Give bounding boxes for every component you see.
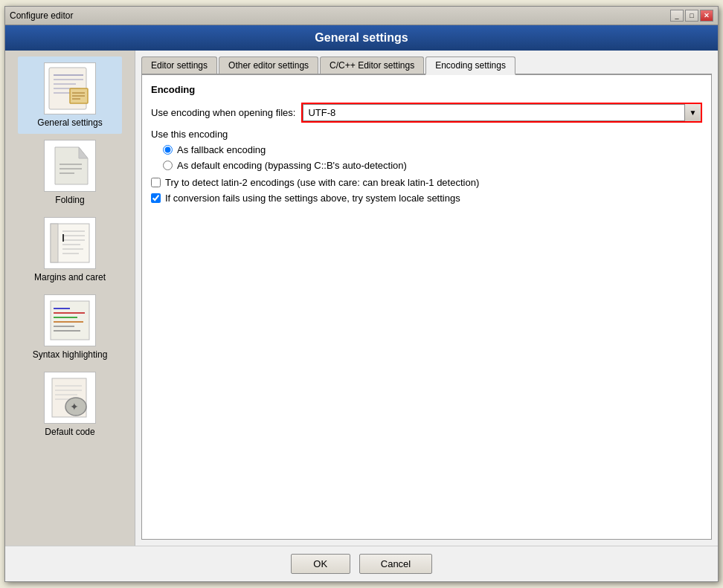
sidebar-label-general: General settings xyxy=(37,117,102,128)
radio-default-label[interactable]: As default encoding (bypassing C::B's au… xyxy=(177,160,407,171)
svg-text:✦: ✦ xyxy=(70,401,79,413)
radio-default[interactable] xyxy=(163,161,173,170)
radio-fallback[interactable] xyxy=(163,145,173,155)
tab-cpp-editor-settings[interactable]: C/C++ Editor settings xyxy=(320,56,424,74)
sidebar-item-margins-caret[interactable]: Margins and caret xyxy=(18,211,122,288)
encoding-row: Use encoding when opening files: UTF-8UT… xyxy=(151,103,702,123)
encoding-label: Use encoding when opening files: xyxy=(151,107,295,118)
folding-icon xyxy=(44,140,96,192)
sidebar-label-margins: Margins and caret xyxy=(34,272,106,282)
use-encoding-label: Use this encoding xyxy=(151,129,702,140)
tab-other-editor-settings[interactable]: Other editor settings xyxy=(219,56,318,74)
checkbox-latin2[interactable] xyxy=(151,178,161,187)
svg-marker-11 xyxy=(79,147,88,158)
sidebar-label-folding: Folding xyxy=(55,195,84,205)
main-content: General settings Folding xyxy=(5,51,718,546)
sidebar-item-syntax-highlighting[interactable]: Syntax highlighting xyxy=(18,288,122,366)
sidebar-label-syntax: Syntax highlighting xyxy=(33,349,108,360)
default-code-icon: ✦ xyxy=(44,372,96,424)
main-window: Configure editor _ □ ✕ General settings xyxy=(4,6,719,582)
radio-fallback-label[interactable]: As fallback encoding xyxy=(177,144,266,155)
margins-icon xyxy=(44,217,96,269)
encoding-select-wrapper: UTF-8UTF-16ISO-8859-1ISO-8859-2Windows-1… xyxy=(301,103,702,123)
window-title: Configure editor xyxy=(10,10,73,21)
dialog-header: General settings xyxy=(5,25,718,51)
cancel-button[interactable]: Cancel xyxy=(359,554,432,574)
checkbox-latin2-row: Try to detect latin-2 encodings (use wit… xyxy=(151,177,702,188)
checkbox-conversion[interactable] xyxy=(151,193,161,203)
window-controls: _ □ ✕ xyxy=(670,10,713,22)
radio-default-row: As default encoding (bypassing C::B's au… xyxy=(163,160,702,171)
svg-rect-23 xyxy=(62,234,64,242)
sidebar: General settings Folding xyxy=(5,51,135,546)
sidebar-item-default-code[interactable]: ✦ Default code xyxy=(18,366,122,443)
use-encoding-section: Use this encoding As fallback encoding A… xyxy=(151,129,702,171)
tab-editor-settings[interactable]: Editor settings xyxy=(141,56,217,74)
svg-rect-24 xyxy=(51,301,89,340)
minimize-button[interactable]: _ xyxy=(670,10,684,22)
checkbox-conversion-label[interactable]: If conversion fails using the settings a… xyxy=(165,193,460,204)
radio-fallback-row: As fallback encoding xyxy=(163,144,702,155)
close-button[interactable]: ✕ xyxy=(700,10,713,22)
checkbox-latin2-label[interactable]: Try to detect latin-2 encodings (use wit… xyxy=(165,177,479,188)
sidebar-label-default: Default code xyxy=(45,427,94,437)
bottom-bar: OK Cancel xyxy=(5,546,718,581)
checkbox-conversion-row: If conversion fails using the settings a… xyxy=(151,193,702,204)
tab-encoding-settings[interactable]: Encoding settings xyxy=(425,56,515,75)
tab-bar: Editor settings Other editor settings C/… xyxy=(141,56,712,75)
content-area: Editor settings Other editor settings C/… xyxy=(135,51,718,546)
general-settings-icon xyxy=(44,62,96,114)
settings-panel: Encoding Use encoding when opening files… xyxy=(141,75,712,540)
encoding-select[interactable]: UTF-8UTF-16ISO-8859-1ISO-8859-2Windows-1… xyxy=(303,104,701,121)
svg-rect-16 xyxy=(51,224,58,262)
syntax-icon xyxy=(44,294,96,346)
dialog-title: General settings xyxy=(315,31,408,44)
maximize-button[interactable]: □ xyxy=(685,10,698,22)
section-encoding-title: Encoding xyxy=(151,84,702,95)
sidebar-item-folding[interactable]: Folding xyxy=(18,134,122,211)
title-bar: Configure editor _ □ ✕ xyxy=(5,7,718,25)
sidebar-item-general-settings[interactable]: General settings xyxy=(18,56,122,134)
ok-button[interactable]: OK xyxy=(291,554,350,574)
